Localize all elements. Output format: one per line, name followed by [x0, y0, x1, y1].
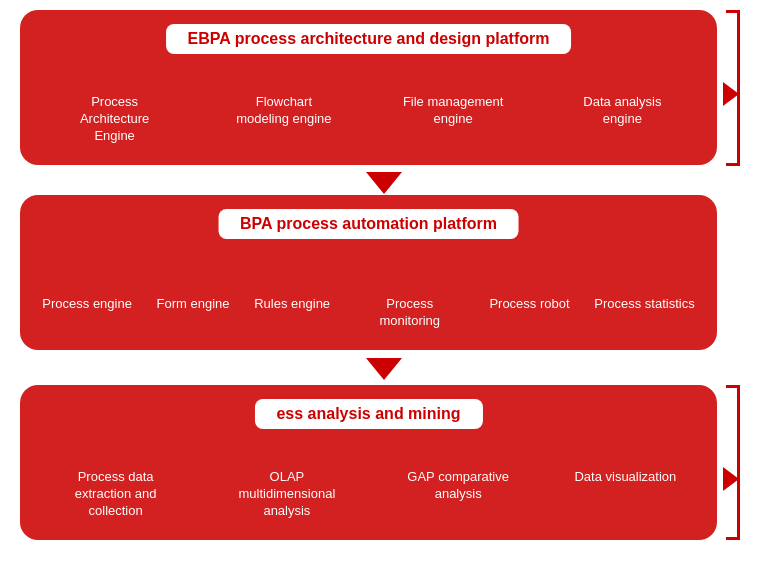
bot-item-2: OLAP multidimensional analysis	[232, 469, 342, 520]
mid-item-3: Rules engine	[254, 296, 330, 313]
top-panel: EBPA process architecture and design pla…	[20, 10, 717, 165]
right-arrow-bot	[723, 467, 739, 491]
right-arrow-top	[723, 82, 739, 106]
mid-items-row: Process engine Form engine Rules engine …	[20, 296, 717, 330]
mid-item-5: Process robot	[489, 296, 569, 313]
mid-item-4: Process monitoring	[355, 296, 465, 330]
top-item-1: Process Architecture Engine	[60, 94, 170, 145]
bracket-bot-outer	[726, 385, 740, 453]
top-items-row: Process Architecture Engine Flowchart mo…	[20, 94, 717, 145]
top-panel-title: EBPA process architecture and design pla…	[188, 30, 550, 47]
bot-panel-title-box: ess analysis and mining	[254, 399, 482, 429]
bot-items-row: Process data extraction and collection O…	[20, 469, 717, 520]
arrow-down-1	[366, 172, 402, 194]
bot-item-4: Data visualization	[574, 469, 676, 486]
mid-panel-title: BPA process automation platform	[240, 215, 497, 232]
mid-item-1: Process engine	[42, 296, 132, 313]
mid-item-6: Process statistics	[594, 296, 694, 313]
top-item-3: File management engine	[398, 94, 508, 128]
bot-panel-title: ess analysis and mining	[276, 405, 460, 422]
bracket-top-outer	[726, 10, 740, 84]
mid-item-2: Form engine	[157, 296, 230, 313]
bot-panel: ess analysis and mining Process data ext…	[20, 385, 717, 540]
main-container: EBPA process architecture and design pla…	[0, 0, 767, 563]
mid-panel-title-box: BPA process automation platform	[218, 209, 519, 239]
arrow-down-2	[366, 358, 402, 380]
top-item-2: Flowchart modeling engine	[229, 94, 339, 128]
bot-item-3: GAP comparative analysis	[403, 469, 513, 503]
bot-item-1: Process data extraction and collection	[61, 469, 171, 520]
top-item-4: Data analysis engine	[567, 94, 677, 128]
top-panel-title-box: EBPA process architecture and design pla…	[166, 24, 572, 54]
mid-panel: BPA process automation platform Process …	[20, 195, 717, 350]
